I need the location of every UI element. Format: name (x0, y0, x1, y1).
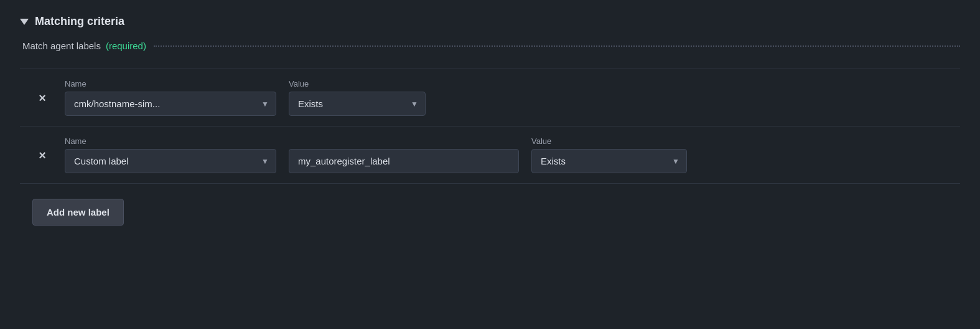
name-field-group-1: Name cmk/hostname-sim... ▼ (65, 79, 276, 116)
value-field-group-2: Value Exists ▼ (531, 136, 687, 173)
dotted-separator (154, 45, 960, 47)
matching-criteria-section: Matching criteria Match agent labels (re… (0, 0, 980, 241)
value-label-2: Value (531, 136, 687, 146)
name-label-2: Name (65, 136, 276, 146)
required-badge: (required) (106, 41, 146, 51)
section-title: Matching criteria (35, 15, 124, 28)
name-label-1: Name (65, 79, 276, 88)
section-header: Matching criteria (20, 15, 960, 28)
criteria-row-1: × Name cmk/hostname-sim... ▼ Value Exist… (20, 69, 960, 126)
remove-row-2-button[interactable]: × (32, 146, 52, 164)
value-field-group-1: Value Exists ▼ (289, 79, 426, 116)
match-agent-labels-row: Match agent labels (required) (20, 41, 960, 51)
collapse-icon[interactable] (20, 19, 29, 25)
match-label-text: Match agent labels (22, 41, 101, 51)
custom-label-text-input-2[interactable] (289, 149, 519, 173)
name-select-wrapper-2: Custom label ▼ (65, 149, 276, 173)
value-select-wrapper-2: Exists ▼ (531, 149, 687, 173)
value-select-wrapper-1: Exists ▼ (289, 92, 426, 116)
value-label-1: Value (289, 79, 426, 88)
value-select-1[interactable]: Exists (289, 92, 426, 116)
name-select-wrapper-1: cmk/hostname-sim... ▼ (65, 92, 276, 116)
remove-row-1-button[interactable]: × (32, 89, 52, 107)
name-field-group-2: Name Custom label ▼ (65, 136, 276, 173)
criteria-row-2: × Name Custom label ▼ Value E (20, 126, 960, 184)
text-input-label-2 (289, 136, 519, 146)
criteria-rows: × Name cmk/hostname-sim... ▼ Value Exist… (20, 69, 960, 184)
text-input-field-group-2 (289, 136, 519, 173)
name-select-1[interactable]: cmk/hostname-sim... (65, 92, 276, 116)
value-select-2[interactable]: Exists (531, 149, 687, 173)
add-new-label-button[interactable]: Add new label (32, 199, 124, 226)
name-select-2[interactable]: Custom label (65, 149, 276, 173)
